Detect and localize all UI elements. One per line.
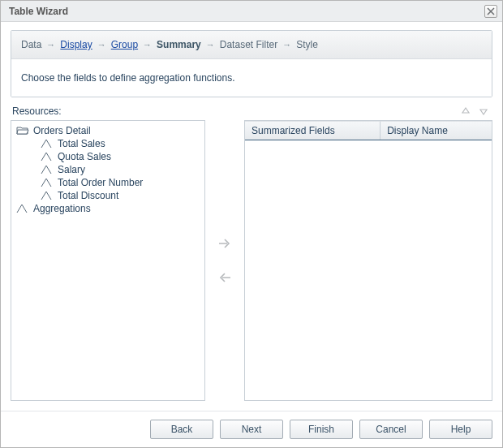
tree-node[interactable]: Quota Sales: [13, 150, 203, 163]
tree-node[interactable]: Orders Detail: [13, 124, 203, 137]
resources-bar: Resources:: [11, 104, 492, 118]
spacer: [11, 401, 492, 411]
move-down-button[interactable]: [476, 104, 491, 118]
crumb-display[interactable]: Display: [60, 39, 92, 50]
help-button[interactable]: Help: [429, 420, 492, 439]
tree-node-label: Quota Sales: [58, 151, 111, 162]
arrow-right-icon: →: [282, 40, 291, 50]
window-title: Table Wizard: [9, 6, 68, 17]
arrow-left-icon: [217, 272, 232, 283]
main-grid: Orders Detail Total Sales Quota Sales: [11, 120, 492, 401]
arrow-right-icon: →: [143, 40, 152, 50]
folder-open-icon: [16, 125, 29, 136]
field-icon: [16, 203, 29, 214]
arrow-right-icon: →: [206, 40, 215, 50]
tree-node[interactable]: Salary: [13, 163, 203, 176]
close-icon: [487, 7, 495, 15]
tree-node-label: Total Discount: [58, 190, 118, 201]
arrow-right-icon: [217, 238, 232, 249]
move-up-button[interactable]: [458, 104, 473, 118]
finish-button[interactable]: Finish: [290, 420, 353, 439]
tree-node[interactable]: Total Sales: [13, 137, 203, 150]
tree-node-label: Total Order Number: [58, 177, 143, 188]
content-area: Data → Display → Group → Summary → Datas…: [1, 22, 502, 411]
field-icon: [41, 190, 54, 201]
arrow-right-icon: →: [46, 40, 55, 50]
shuttle-column: [209, 120, 241, 401]
next-button[interactable]: Next: [220, 420, 283, 439]
summarized-fields-panel: Summarized Fields Display Name: [244, 120, 492, 401]
table-body[interactable]: [245, 140, 492, 400]
header-box: Data → Display → Group → Summary → Datas…: [11, 30, 492, 97]
add-button[interactable]: [216, 235, 234, 252]
tree-node-label: Salary: [58, 164, 85, 175]
close-button[interactable]: [484, 5, 497, 18]
crumb-data[interactable]: Data: [21, 39, 41, 50]
wizard-window: Table Wizard Data → Display → Group → Su…: [0, 0, 503, 448]
field-icon: [41, 151, 54, 162]
arrow-down-icon: [479, 106, 488, 116]
remove-button[interactable]: [216, 269, 234, 286]
tree-node[interactable]: Total Discount: [13, 189, 203, 202]
arrow-right-icon: →: [97, 40, 106, 50]
column-header-display-name[interactable]: Display Name: [380, 121, 492, 140]
arrow-up-icon: [461, 106, 471, 116]
resources-label: Resources:: [12, 106, 455, 117]
field-icon: [41, 138, 54, 149]
tree-node-label: Aggregations: [33, 203, 91, 214]
crumb-style[interactable]: Style: [296, 39, 318, 50]
crumb-summary: Summary: [157, 39, 201, 50]
instruction-text: Choose the fields to define aggregation …: [11, 59, 492, 97]
tree-node-label: Orders Detail: [33, 125, 91, 136]
tree-node[interactable]: Total Order Number: [13, 176, 203, 189]
resources-tree-panel: Orders Detail Total Sales Quota Sales: [11, 120, 205, 401]
back-button[interactable]: Back: [150, 420, 213, 439]
table-header: Summarized Fields Display Name: [245, 121, 492, 140]
footer: Back Next Finish Cancel Help: [1, 411, 502, 447]
resources-tree[interactable]: Orders Detail Total Sales Quota Sales: [11, 121, 204, 218]
cancel-button[interactable]: Cancel: [359, 420, 423, 439]
field-icon: [41, 164, 54, 175]
crumb-dataset-filter[interactable]: Dataset Filter: [220, 39, 277, 50]
tree-node-label: Total Sales: [58, 138, 105, 149]
column-header-summarized[interactable]: Summarized Fields: [245, 121, 380, 140]
field-icon: [41, 177, 54, 188]
titlebar: Table Wizard: [1, 1, 502, 22]
tree-node[interactable]: Aggregations: [13, 202, 203, 215]
crumb-group[interactable]: Group: [111, 39, 138, 50]
breadcrumb: Data → Display → Group → Summary → Datas…: [11, 31, 492, 59]
